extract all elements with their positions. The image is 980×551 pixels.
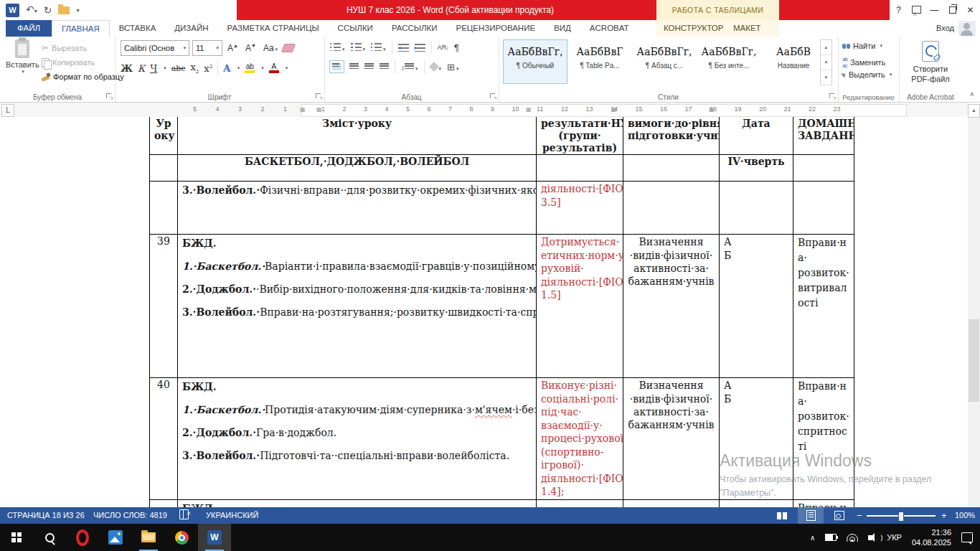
highlight-color-button[interactable]: ab bbox=[245, 63, 255, 73]
shading-button[interactable]: ▾ bbox=[430, 60, 442, 73]
tab-mailings[interactable]: РАССЫЛКИ bbox=[382, 20, 447, 37]
align-center-button[interactable] bbox=[349, 63, 359, 70]
search-button[interactable] bbox=[33, 524, 66, 551]
tab-file[interactable]: ФАЙЛ bbox=[6, 20, 52, 37]
help-button[interactable]: ? bbox=[890, 0, 908, 20]
align-right-button[interactable] bbox=[364, 63, 374, 70]
tab-insert[interactable]: ВСТАВКА bbox=[110, 20, 166, 37]
account-avatar[interactable] bbox=[958, 21, 976, 36]
font-size-combobox[interactable]: 11▾ bbox=[192, 40, 222, 56]
scroll-up-icon[interactable]: ▲ bbox=[968, 104, 980, 118]
document-page[interactable]: Ур оку Зміст·уроку результати·НУШ· (груп… bbox=[0, 117, 968, 507]
multilevel-list-button[interactable]: ▾ bbox=[371, 41, 386, 54]
style-table-paragraph[interactable]: АаБбВвГ ¶ Table Pa... bbox=[567, 39, 632, 84]
subscript-button[interactable]: x2 bbox=[190, 62, 199, 75]
superscript-button[interactable]: x2 bbox=[204, 63, 212, 74]
font-color-button[interactable]: А bbox=[269, 63, 279, 73]
clock[interactable]: 21:36 04.08.2025 bbox=[912, 527, 951, 548]
volume-icon[interactable] bbox=[868, 535, 872, 540]
styles-gallery-scrollbar[interactable]: ▲ ▼ ▼ bbox=[820, 39, 832, 85]
redo-icon[interactable]: ↻ bbox=[44, 4, 52, 17]
paste-button[interactable]: Вставить ▾ bbox=[6, 39, 39, 75]
shrink-font-button[interactable]: А▼ bbox=[243, 43, 258, 53]
scrollbar-thumb[interactable] bbox=[969, 319, 979, 402]
bold-button[interactable]: Ж bbox=[121, 63, 133, 74]
word-count[interactable]: ЧИСЛО СЛОВ: 4819 bbox=[93, 507, 167, 524]
paragraph-dialog-launcher[interactable] bbox=[490, 93, 496, 100]
increase-indent-button[interactable] bbox=[415, 43, 425, 52]
align-left-button[interactable] bbox=[330, 61, 344, 72]
zoom-out-button[interactable]: − bbox=[857, 507, 862, 524]
styles-dialog-launcher[interactable] bbox=[829, 93, 836, 100]
numbering-button[interactable]: ▾ bbox=[351, 41, 366, 54]
tab-page-layout[interactable]: РАЗМЕТКА СТРАНИЦЫ bbox=[218, 20, 329, 37]
styles-scroll-down-icon[interactable]: ▼ bbox=[821, 55, 831, 70]
italic-button[interactable]: К bbox=[138, 63, 145, 74]
customize-qat-icon[interactable]: ▾ bbox=[76, 7, 79, 14]
start-button[interactable] bbox=[0, 524, 33, 551]
minimize-button[interactable]: — bbox=[925, 0, 943, 20]
word-taskbar-icon[interactable]: W bbox=[198, 524, 231, 551]
photos-app-icon[interactable] bbox=[99, 524, 132, 551]
opera-icon[interactable] bbox=[66, 524, 99, 551]
vertical-scrollbar[interactable]: ▲ bbox=[968, 104, 980, 507]
table-column-marker-icon[interactable]: ▦ bbox=[300, 106, 306, 113]
strikethrough-button[interactable]: abc bbox=[171, 64, 186, 73]
tab-design[interactable]: ДИЗАЙН bbox=[165, 20, 217, 37]
style-normal[interactable]: АаБбВвГг, ¶ Обычный bbox=[503, 39, 567, 84]
borders-button[interactable]: ⊞▾ bbox=[447, 60, 458, 73]
cut-button[interactable]: ✂ Вырезать bbox=[42, 41, 124, 55]
close-button[interactable]: ✕ bbox=[961, 0, 979, 20]
styles-gallery-expand-icon[interactable]: ▼ bbox=[821, 70, 831, 85]
style-title[interactable]: АаБбВ Название bbox=[761, 39, 816, 84]
justify-button[interactable] bbox=[380, 63, 389, 70]
zoom-slider-thumb[interactable] bbox=[898, 512, 904, 522]
tab-view[interactable]: ВИД bbox=[545, 20, 580, 37]
replace-button[interactable]: abac Заменить bbox=[842, 56, 885, 69]
show-hidden-icons-chevron[interactable]: ∧ bbox=[810, 534, 815, 542]
table-column-marker-icon[interactable]: ▦ bbox=[316, 106, 322, 113]
table-column-marker-icon[interactable]: ▦ bbox=[709, 106, 715, 113]
style-list-paragraph[interactable]: АаБбВвГг, ¶ Абзац с... bbox=[632, 39, 697, 84]
print-layout-button[interactable] bbox=[798, 507, 824, 524]
web-layout-button[interactable] bbox=[826, 507, 852, 524]
clipboard-dialog-launcher[interactable] bbox=[106, 93, 113, 100]
format-painter-button[interactable]: Формат по образцу bbox=[42, 70, 124, 84]
action-center-icon[interactable] bbox=[961, 532, 973, 542]
decrease-indent-button[interactable] bbox=[398, 43, 409, 52]
zoom-level[interactable]: 100% bbox=[955, 507, 975, 524]
bullets-button[interactable]: ▾ bbox=[330, 41, 345, 54]
paste-dropdown-arrow[interactable]: ▾ bbox=[7, 69, 39, 75]
line-spacing-button[interactable]: ↕▾ bbox=[401, 60, 418, 73]
horizontal-ruler[interactable]: 5 4 3 2 1 1 2 3 4 5 6 7 8 9 10 11 12 13 … bbox=[0, 103, 968, 117]
find-button[interactable]: Найти▾ bbox=[842, 42, 882, 50]
undo-icon[interactable]: ↶▾ bbox=[26, 3, 37, 18]
copy-button[interactable]: Копировать bbox=[42, 55, 124, 70]
tab-acrobat[interactable]: ACROBAT bbox=[580, 20, 639, 37]
lesson-plan-table[interactable]: Ур оку Зміст·уроку результати·НУШ· (груп… bbox=[149, 117, 854, 507]
battery-icon[interactable] bbox=[825, 534, 837, 541]
language-indicator[interactable]: УКРАИНСКИЙ bbox=[206, 507, 258, 524]
style-no-spacing[interactable]: АаБбВвГг, ¶ Без инте... bbox=[697, 39, 761, 84]
tab-review[interactable]: РЕЦЕНЗИРОВАНИЕ bbox=[447, 20, 545, 37]
collapse-ribbon-icon[interactable]: ∧ bbox=[969, 90, 974, 98]
proofing-status-icon[interactable] bbox=[179, 507, 189, 524]
select-button[interactable]: Выделить▾ bbox=[842, 70, 892, 79]
tab-stop-selector[interactable]: L bbox=[1, 104, 14, 117]
underline-button[interactable]: Ч bbox=[150, 63, 157, 74]
grow-font-button[interactable]: А▲ bbox=[225, 43, 240, 53]
create-pdf-button[interactable]: Створити PDF-файл bbox=[899, 41, 962, 85]
sign-in-link[interactable]: Вход bbox=[936, 20, 954, 37]
table-column-marker-icon[interactable]: ▦ bbox=[526, 106, 532, 113]
open-folder-icon[interactable] bbox=[58, 6, 70, 14]
font-family-combobox[interactable]: Calibri (Основ▾ bbox=[121, 40, 189, 56]
styles-scroll-up-icon[interactable]: ▲ bbox=[821, 40, 831, 55]
zoom-in-button[interactable]: + bbox=[941, 507, 947, 524]
tab-table-layout[interactable]: МАКЕТ bbox=[733, 20, 761, 36]
show-formatting-marks-button[interactable]: ¶ bbox=[454, 42, 459, 53]
table-column-marker-icon[interactable]: ▦ bbox=[611, 106, 617, 113]
tab-references[interactable]: ССЫЛКИ bbox=[329, 20, 382, 37]
tab-home[interactable]: ГЛАВНАЯ bbox=[52, 20, 110, 37]
keyboard-language[interactable]: УКР bbox=[887, 533, 902, 542]
restore-button[interactable] bbox=[943, 0, 961, 20]
